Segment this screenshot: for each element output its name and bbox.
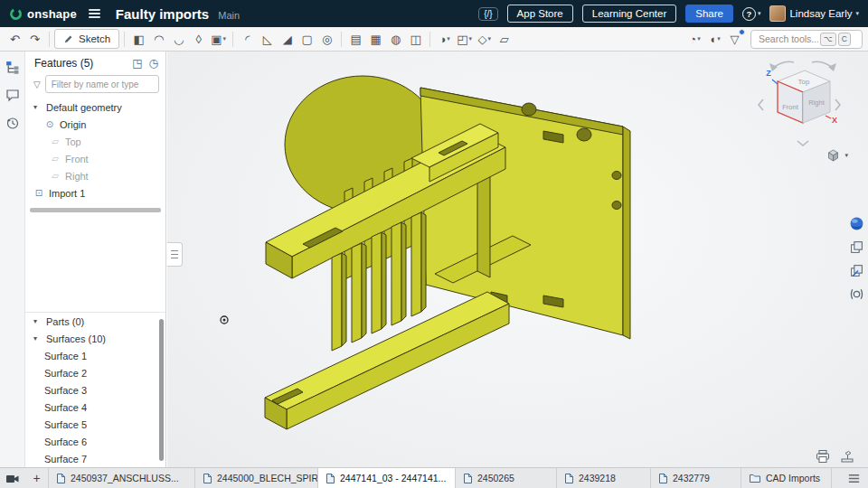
dev-tools-icon[interactable]: {/}: [478, 7, 497, 21]
x-axis-label: X: [832, 116, 837, 125]
tree-item-label: Top: [65, 136, 81, 147]
list-item-surface-1[interactable]: Surface 1: [25, 347, 165, 364]
list-item-surface-5[interactable]: Surface 5: [25, 416, 165, 433]
tree-item-default-geometry[interactable]: ▾ Default geometry: [25, 99, 165, 116]
tab-2445000[interactable]: 2445000_BLECH_SPIR...: [195, 468, 318, 488]
loft-tool-button[interactable]: ◊: [189, 29, 208, 49]
tab-manager-button[interactable]: [840, 468, 868, 488]
feature-filter-input[interactable]: [45, 75, 159, 93]
versions-history-button[interactable]: [4, 114, 22, 132]
chevron-down-icon: ▾: [758, 10, 761, 17]
chevron-down-icon[interactable]: ▾: [33, 317, 42, 325]
fillet-tool-button[interactable]: ◜: [238, 29, 257, 49]
share-button[interactable]: Share: [685, 5, 733, 23]
split-tool-button[interactable]: ◰▾: [455, 29, 474, 49]
surfaces-group-header[interactable]: ▾ Surfaces (10): [25, 330, 165, 347]
panel-splitter-handle[interactable]: [30, 208, 161, 212]
panel-collapse-handle[interactable]: [167, 242, 183, 267]
list-item-surface-2[interactable]: Surface 2: [25, 364, 165, 381]
sweep-tool-button[interactable]: ◡: [169, 29, 188, 49]
print-button[interactable]: [815, 448, 831, 465]
view-cube[interactable]: Top Front Right Z X: [745, 60, 841, 154]
tree-item-top-plane[interactable]: ▱ Top: [25, 133, 165, 150]
section-view-icon: ◖: [709, 33, 716, 45]
selection-filters-button[interactable]: ▽: [725, 29, 744, 49]
tab-cad-imports[interactable]: CAD Imports: [741, 468, 832, 488]
build-plate-button[interactable]: [839, 448, 855, 465]
offset-surface-tool-button[interactable]: ▱: [495, 29, 514, 49]
display-states-panel-button[interactable]: [847, 261, 865, 279]
rollback-history-icon[interactable]: ◷: [149, 58, 158, 69]
tab-2447141-active[interactable]: 2447141_03 - 2447141...: [318, 468, 456, 488]
list-item-surface-3[interactable]: Surface 3: [25, 381, 165, 399]
chamfer-tool-button[interactable]: ◺: [258, 29, 277, 49]
revolve-tool-button[interactable]: ◠: [149, 29, 168, 49]
tree-item-front-plane[interactable]: ▱ Front: [25, 150, 165, 167]
rotate-down-icon: [797, 141, 808, 145]
chevron-down-icon[interactable]: ▾: [33, 103, 42, 111]
features-panel-header: Features (5) ◳ ◷: [25, 52, 165, 72]
tab-2450937[interactable]: 2450937_ANSCHLUSS...: [49, 468, 195, 488]
learning-center-button[interactable]: Learning Center: [582, 5, 676, 23]
parts-group-header[interactable]: ▾ Parts (0): [25, 313, 165, 330]
tab-2432779[interactable]: 2432779: [651, 468, 741, 488]
display-mode-button[interactable]: ◔▾: [685, 29, 704, 49]
help-menu[interactable]: ? ▾: [742, 7, 761, 21]
linear-pattern-tool-button[interactable]: ▦: [366, 29, 385, 49]
workspace-name[interactable]: Main: [218, 10, 240, 21]
shell-tool-button[interactable]: ▢: [297, 29, 316, 49]
view-options-button[interactable]: ▾: [826, 148, 848, 163]
list-item-surface-7[interactable]: Surface 7: [25, 450, 165, 467]
parts-list-scrollbar[interactable]: [159, 319, 164, 461]
tree-item-label: Origin: [60, 119, 86, 130]
tree-item-origin[interactable]: ⊙ Origin: [25, 116, 165, 133]
model-viewport[interactable]: Top Front Right Z X ▾: [167, 52, 868, 467]
features-panel-button[interactable]: [4, 58, 22, 76]
circular-pattern-tool-button[interactable]: ◍: [386, 29, 405, 49]
comments-button[interactable]: [4, 86, 22, 104]
thicken-tool-button[interactable]: ▣▾: [209, 29, 228, 49]
capture-button[interactable]: [0, 468, 25, 488]
transform-tool-button[interactable]: ◇▾: [475, 29, 494, 49]
redo-button[interactable]: ↷: [25, 29, 44, 49]
rib-tool-button[interactable]: ▤: [346, 29, 365, 49]
origin-marker[interactable]: [219, 314, 230, 325]
undo-button[interactable]: ↶: [5, 29, 24, 49]
onshape-logo[interactable]: onshape: [9, 7, 77, 21]
appearance-panel-button[interactable]: [847, 214, 865, 232]
add-tab-button[interactable]: +: [25, 468, 49, 488]
folder-icon: [749, 473, 761, 483]
printer-icon: [816, 449, 830, 464]
extrude-tool-button[interactable]: ◧: [129, 29, 148, 49]
section-view-button[interactable]: ◖▾: [705, 29, 724, 49]
follow-mode-panel-button[interactable]: [847, 285, 865, 303]
search-tools-input[interactable]: [759, 33, 818, 44]
mirror-tool-button[interactable]: ◫: [406, 29, 425, 49]
main-menu-icon[interactable]: [86, 6, 103, 21]
draft-tool-button[interactable]: ◢: [278, 29, 297, 49]
tree-item-right-plane[interactable]: ▱ Right: [25, 167, 165, 184]
list-item-surface-6[interactable]: Surface 6: [25, 433, 165, 450]
tree-item-import-1[interactable]: ⊡ Import 1: [25, 184, 165, 202]
hole-tool-button[interactable]: ◎: [317, 29, 336, 49]
transform-icon: ◇: [477, 33, 486, 45]
sketch-button[interactable]: Sketch: [54, 29, 119, 49]
tab-2439218[interactable]: 2439218: [557, 468, 651, 488]
model-plate: [420, 88, 630, 339]
app-name: onshape: [27, 7, 77, 21]
offset-surface-icon: ▱: [500, 33, 509, 45]
chamfer-icon: ◺: [263, 33, 272, 45]
filter-funnel-icon[interactable]: ▽: [33, 80, 41, 89]
app-store-button[interactable]: App Store: [507, 5, 573, 23]
boolean-tool-button[interactable]: ◑▾: [435, 29, 454, 49]
tab-2450265[interactable]: 2450265: [456, 468, 557, 488]
user-menu[interactable]: Lindsay Early ▾: [769, 5, 859, 22]
list-item-surface-4[interactable]: Surface 4: [25, 399, 165, 416]
chevron-down-icon[interactable]: ▾: [33, 334, 42, 343]
shell-icon: ▢: [302, 33, 313, 45]
mirror-icon: ◫: [410, 33, 421, 45]
document-icon: [56, 473, 66, 484]
chevron-down-icon: ▾: [487, 35, 491, 42]
popout-panel-icon[interactable]: ◳: [132, 58, 142, 69]
configurations-panel-button[interactable]: [847, 238, 865, 256]
